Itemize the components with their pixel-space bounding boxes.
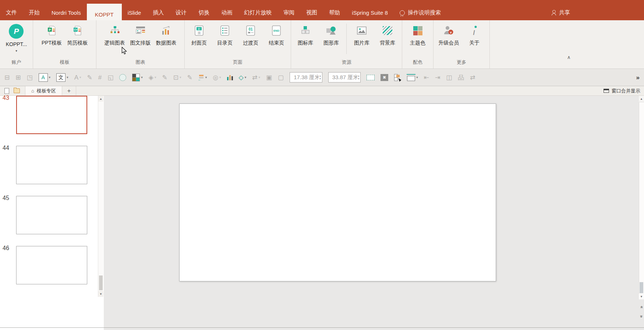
dropdown-caret[interactable]: ▾ bbox=[205, 76, 207, 79]
menu-animations[interactable]: 动画 bbox=[215, 0, 238, 20]
tab-template-zone[interactable]: ⌂ 模板专区 bbox=[25, 86, 62, 95]
data-chart-button[interactable]: 数据图表 bbox=[154, 23, 178, 57]
slide-thumbnail-43[interactable] bbox=[16, 96, 87, 134]
thumbnail-scrollbar[interactable]: ▲ ▼ bbox=[98, 96, 103, 297]
dropdown-caret[interactable]: ▾ bbox=[141, 76, 143, 79]
svg-text:封: 封 bbox=[198, 28, 201, 30]
group-objects-icon: ◳ bbox=[27, 74, 33, 81]
text-font-style-icon[interactable]: 文▾ bbox=[56, 73, 68, 82]
align-objects-icon-glyph: ⊟ bbox=[4, 74, 10, 81]
flip-rotate-icon: ⇄▾ bbox=[252, 74, 260, 81]
menu-islide[interactable]: iSlide bbox=[122, 0, 147, 20]
delete-placeholder-icon[interactable]: ✖ bbox=[381, 74, 388, 81]
arrange-layers-icon[interactable]: ▾ bbox=[198, 74, 207, 80]
slide-thumbnail-46[interactable] bbox=[16, 246, 87, 284]
end-page-button[interactable]: END 结束页 bbox=[264, 23, 289, 57]
dropdown-caret[interactable]: ▾ bbox=[49, 76, 51, 79]
fill-eyedropper-icon-glyph: ✎ bbox=[162, 74, 167, 81]
menu-nordri-tools[interactable]: Nordri Tools bbox=[46, 0, 87, 20]
menu-slideshow[interactable]: 幻灯片放映 bbox=[238, 0, 277, 20]
menu-koppt-active-tab[interactable]: KOPPT bbox=[87, 4, 122, 20]
shape-width-input[interactable] bbox=[332, 74, 358, 81]
canvas-scroll-down-icon[interactable]: ▼ bbox=[639, 294, 644, 299]
dropdown-caret[interactable]: ▾ bbox=[245, 76, 247, 79]
menu-transitions[interactable]: 切换 bbox=[192, 0, 215, 20]
menu-home[interactable]: 开始 bbox=[23, 0, 46, 20]
menu-design[interactable]: 设计 bbox=[170, 0, 192, 20]
icon-library-button[interactable]: 图标库 bbox=[293, 23, 318, 57]
tell-me-search[interactable]: 操作说明搜索 bbox=[394, 0, 447, 20]
menu-insert[interactable]: 插入 bbox=[147, 0, 170, 20]
toc-page-label: 目录页 bbox=[217, 40, 233, 46]
shape-format-icon[interactable]: ◇▾ bbox=[239, 74, 247, 81]
swap-position-icon[interactable] bbox=[394, 74, 401, 81]
tell-me-label: 操作说明搜索 bbox=[408, 9, 441, 16]
picture-library-button[interactable]: 图片库 bbox=[350, 23, 374, 57]
crop-position-icon: # bbox=[98, 74, 102, 81]
textbox-insert-icon[interactable] bbox=[367, 75, 375, 80]
menu-view[interactable]: 视图 bbox=[300, 0, 323, 20]
background-library-button[interactable]: 背景库 bbox=[375, 23, 400, 57]
ppt-template-icon: P bbox=[46, 24, 57, 37]
send-backward-icon: ▢ bbox=[278, 74, 284, 81]
about-label: 关于 bbox=[469, 40, 480, 46]
image-text-layout-button[interactable]: 图文排版 bbox=[128, 23, 153, 57]
delete-placeholder-icon-glyph: ✖ bbox=[381, 74, 388, 81]
menu-help[interactable]: 帮助 bbox=[323, 0, 346, 20]
next-slide-button[interactable]: » bbox=[639, 313, 644, 320]
icon-library-label: 图标库 bbox=[298, 40, 313, 46]
canvas-scrollbar[interactable]: ▲ ▼ » » bbox=[639, 96, 644, 330]
toc-page-button[interactable]: 目录页 bbox=[213, 23, 237, 57]
slide-canvas[interactable] bbox=[179, 103, 496, 281]
scroll-down-icon[interactable]: ▼ bbox=[98, 291, 103, 297]
text-template-icon[interactable]: A▾ bbox=[39, 73, 51, 82]
share-button[interactable]: 共享 bbox=[546, 0, 576, 20]
open-folder-icon[interactable] bbox=[14, 88, 20, 93]
cover-page-button[interactable]: 封面 封面页 bbox=[187, 23, 211, 57]
cv-template-button[interactable]: CV 简历模板 bbox=[66, 23, 90, 57]
scroll-up-icon[interactable]: ▲ bbox=[98, 96, 103, 102]
font-color-icon-glyph: A bbox=[74, 74, 78, 81]
koppt-account-button[interactable]: P KOPPT... ▾ bbox=[4, 23, 29, 57]
theme-color-label: 主题色 bbox=[410, 40, 425, 46]
dropdown-caret[interactable]: ▾ bbox=[67, 76, 68, 79]
slide-thumbnail-44[interactable] bbox=[16, 146, 87, 184]
shape-width-field[interactable]: ▴▾ bbox=[328, 72, 361, 82]
dropdown-caret: ▾ bbox=[258, 76, 260, 79]
theme-color-button[interactable]: 主题色 bbox=[406, 23, 430, 57]
svg-text:ı: ı bbox=[473, 27, 475, 36]
window-merge-toggle[interactable]: 窗口合并显示 bbox=[604, 88, 640, 94]
canvas-scroll-up-icon[interactable]: ▲ bbox=[639, 96, 644, 102]
slide-thumbnail-45[interactable] bbox=[16, 196, 87, 234]
canvas-scrollbar-thumb[interactable] bbox=[640, 282, 643, 293]
transition-page-button[interactable]: 01 过渡页 bbox=[238, 23, 263, 57]
height-spinner[interactable]: ▴▾ bbox=[319, 74, 321, 80]
ppt-template-button[interactable]: P PPT模板 bbox=[40, 23, 64, 57]
scrollbar-thumb[interactable] bbox=[99, 275, 103, 290]
shape-height-field[interactable]: ▴▾ bbox=[290, 72, 322, 82]
swap-images-icon: ⇄ bbox=[470, 74, 475, 81]
canvas-scroll-track[interactable] bbox=[639, 102, 644, 294]
logic-chart-button[interactable]: 逻辑图表 bbox=[103, 23, 127, 57]
new-document-icon[interactable] bbox=[4, 88, 9, 94]
swap-position-icon-glyph bbox=[394, 74, 401, 81]
add-tab-button[interactable]: + bbox=[62, 86, 76, 95]
shape-height-input[interactable] bbox=[293, 74, 319, 81]
upgrade-member-button[interactable]: v 升级会员 bbox=[436, 23, 461, 57]
move-text-right-icon-glyph: ⇥ bbox=[435, 74, 440, 81]
collapse-ribbon-icon[interactable]: ∧ bbox=[567, 55, 571, 60]
equal-size-icon[interactable]: ▾ bbox=[407, 74, 418, 81]
previous-slide-button[interactable]: » bbox=[639, 304, 644, 310]
dropdown-caret[interactable]: ▾ bbox=[416, 76, 418, 79]
recolor-swatch-icon[interactable]: ▾ bbox=[132, 74, 143, 81]
menu-review[interactable]: 审阅 bbox=[277, 0, 300, 20]
shape-library-button[interactable]: 图形库 bbox=[319, 23, 343, 57]
insert-chart-icon[interactable] bbox=[227, 75, 233, 80]
width-spinner[interactable]: ▴▾ bbox=[358, 74, 360, 80]
about-button[interactable]: ı 关于 bbox=[462, 23, 486, 57]
menu-ispring-suite[interactable]: iSpring Suite 8 bbox=[346, 0, 394, 20]
more-tools-icon[interactable]: » bbox=[636, 74, 640, 81]
menu-file[interactable]: 文件 bbox=[0, 0, 23, 20]
shape-library-label: 图形库 bbox=[323, 40, 339, 46]
oval-shape-icon[interactable] bbox=[119, 74, 126, 81]
